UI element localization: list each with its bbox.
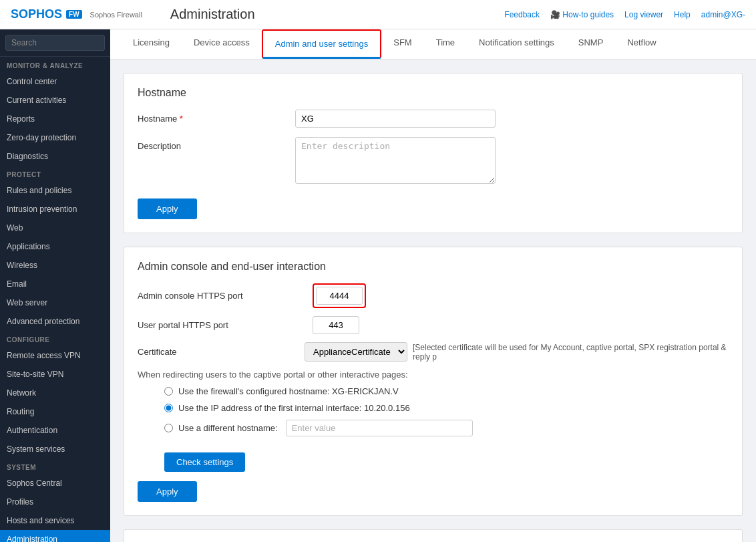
- custom-hostname-input[interactable]: [286, 420, 473, 436]
- redirect-note: When redirecting users to the captive po…: [138, 370, 729, 380]
- radio-ip-address[interactable]: [164, 404, 173, 412]
- sidebar-section-monitor: MONITOR & ANALYZE: [0, 57, 110, 72]
- tab-sfm[interactable]: SFM: [381, 29, 423, 59]
- sidebar-item-hosts-services[interactable]: Hosts and services: [0, 511, 110, 530]
- sophos-logo-text: SOPHOS: [11, 7, 62, 21]
- radio-custom-hostname[interactable]: [164, 424, 173, 432]
- sidebar-item-web[interactable]: Web: [0, 219, 110, 237]
- certificate-row: Certificate ApplianceCertificate [Select…: [138, 342, 729, 362]
- sidebar-item-authentication[interactable]: Authentication: [0, 421, 110, 440]
- sophos-sub-text: Sophos Firewall: [90, 11, 142, 19]
- sidebar-item-intrusion[interactable]: Intrusion prevention: [0, 200, 110, 219]
- description-label: Description: [138, 137, 285, 151]
- radio-configured-hostname-label: Use the firewall's configured hostname: …: [178, 386, 399, 396]
- https-port-input[interactable]: [316, 287, 363, 305]
- user-portal-label: User portal HTTPS port: [138, 320, 305, 330]
- admin-console-apply-button[interactable]: Apply: [138, 481, 197, 502]
- tab-admin-user-settings[interactable]: Admin and user settings: [262, 29, 381, 59]
- camera-icon: 🎥: [550, 10, 560, 19]
- sidebar-section-protect: PROTECT: [0, 166, 110, 181]
- https-port-highlight: [313, 283, 366, 308]
- user-portal-input[interactable]: [313, 316, 359, 334]
- radio-configured-hostname[interactable]: [164, 387, 173, 396]
- https-port-row: Admin console HTTPS port: [138, 283, 729, 308]
- sidebar-item-zero-day[interactable]: Zero-day protection: [0, 128, 110, 147]
- sidebar-item-system-services[interactable]: System services: [0, 440, 110, 458]
- tab-snmp[interactable]: SNMP: [566, 29, 616, 59]
- page-content: Hostname Hostname Description Apply Admi…: [110, 59, 756, 542]
- hostname-row: Hostname: [138, 110, 729, 128]
- radio-item-custom: Use a different hostname:: [164, 420, 729, 436]
- radio-item-hostname: Use the firewall's configured hostname: …: [164, 386, 729, 396]
- radio-custom-hostname-label: Use a different hostname:: [178, 423, 278, 433]
- hostname-apply-button[interactable]: Apply: [138, 198, 197, 219]
- sidebar-item-profiles[interactable]: Profiles: [0, 493, 110, 511]
- user-label: admin@XG-: [701, 10, 745, 19]
- sidebar-item-reports[interactable]: Reports: [0, 110, 110, 128]
- top-bar-right: Feedback 🎥 How-to guides Log viewer Help…: [504, 10, 745, 19]
- sidebar-item-diagnostics[interactable]: Diagnostics: [0, 147, 110, 166]
- hostname-label: Hostname: [138, 110, 285, 124]
- certificate-label: Certificate: [138, 347, 305, 357]
- tab-device-access[interactable]: Device access: [182, 29, 262, 59]
- log-viewer-link[interactable]: Log viewer: [624, 10, 663, 19]
- sidebar-item-applications[interactable]: Applications: [0, 237, 110, 256]
- sidebar-item-control-center[interactable]: Control center: [0, 72, 110, 91]
- radio-ip-address-label: Use the IP address of the first internal…: [178, 403, 410, 413]
- user-portal-row: User portal HTTPS port: [138, 316, 729, 334]
- search-input[interactable]: [5, 35, 105, 51]
- sidebar: MONITOR & ANALYZE Control center Current…: [0, 29, 110, 542]
- sidebar-item-web-server[interactable]: Web server: [0, 293, 110, 312]
- hostname-input[interactable]: [295, 110, 496, 128]
- sidebar-item-rules-policies[interactable]: Rules and policies: [0, 181, 110, 200]
- check-settings-container: Check settings: [164, 446, 729, 472]
- tab-netflow[interactable]: Netflow: [615, 29, 668, 59]
- sidebar-item-sophos-central[interactable]: Sophos Central: [0, 474, 110, 493]
- sidebar-item-current-activities[interactable]: Current activities: [0, 91, 110, 110]
- hostname-section-title: Hostname: [138, 87, 729, 99]
- check-settings-button[interactable]: Check settings: [164, 452, 245, 472]
- top-bar: SOPHOS FW Sophos Firewall Administration…: [0, 0, 756, 29]
- top-bar-left: SOPHOS FW Sophos Firewall Administration: [11, 7, 255, 22]
- feedback-link[interactable]: Feedback: [504, 10, 540, 19]
- tabs-bar: Licensing Device access Admin and user s…: [110, 29, 756, 59]
- sidebar-item-remote-vpn[interactable]: Remote access VPN: [0, 346, 110, 365]
- sidebar-item-routing[interactable]: Routing: [0, 402, 110, 421]
- sidebar-section-system: SYSTEM: [0, 458, 110, 474]
- tab-notification-settings[interactable]: Notification settings: [467, 29, 566, 59]
- radio-group: Use the firewall's configured hostname: …: [164, 386, 729, 436]
- sophos-logo: SOPHOS FW: [11, 7, 82, 21]
- how-to-link[interactable]: 🎥 How-to guides: [550, 10, 614, 19]
- certificate-select[interactable]: ApplianceCertificate: [305, 342, 407, 362]
- tab-time[interactable]: Time: [424, 29, 467, 59]
- https-port-label: Admin console HTTPS port: [138, 291, 305, 301]
- sidebar-item-email[interactable]: Email: [0, 275, 110, 293]
- radio-item-ip: Use the IP address of the first internal…: [164, 403, 729, 413]
- admin-console-section-title: Admin console and end-user interaction: [138, 261, 729, 273]
- help-link[interactable]: Help: [674, 10, 691, 19]
- description-textarea[interactable]: [295, 137, 496, 184]
- description-row: Description: [138, 137, 729, 184]
- sidebar-item-advanced-protection[interactable]: Advanced protection: [0, 312, 110, 331]
- sidebar-item-network[interactable]: Network: [0, 384, 110, 402]
- admin-console-section: Admin console and end-user interaction A…: [124, 247, 743, 516]
- sidebar-item-wireless[interactable]: Wireless: [0, 256, 110, 275]
- fw-badge: FW: [66, 10, 82, 19]
- hostname-section: Hostname Hostname Description Apply: [124, 73, 743, 233]
- content-area: Licensing Device access Admin and user s…: [110, 29, 756, 542]
- sidebar-item-site-vpn[interactable]: Site-to-site VPN: [0, 365, 110, 384]
- sidebar-section-configure: CONFIGURE: [0, 331, 110, 346]
- tab-licensing[interactable]: Licensing: [121, 29, 182, 59]
- login-security-section: Login security: [124, 529, 743, 542]
- main-layout: MONITOR & ANALYZE Control center Current…: [0, 29, 756, 542]
- sidebar-item-administration[interactable]: Administration: [0, 530, 110, 542]
- sidebar-search-container: [0, 29, 110, 57]
- certificate-note: [Selected certificate will be used for M…: [413, 343, 729, 362]
- page-title: Administration: [170, 7, 255, 22]
